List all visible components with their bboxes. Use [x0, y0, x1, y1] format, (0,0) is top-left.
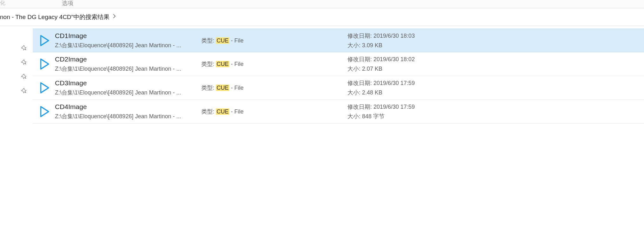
- file-date: 修改日期: 2019/6/30 18:02: [347, 55, 415, 63]
- file-type: 类型: CUE - File: [201, 108, 347, 115]
- breadcrumb-text: non - The DG Legacy 4CD"中的搜索结果: [0, 13, 110, 21]
- play-icon: [35, 105, 54, 118]
- file-size: 大小: 848 字节: [347, 113, 415, 120]
- file-type: 类型: CUE - File: [201, 60, 347, 68]
- file-type: 类型: CUE - File: [201, 84, 347, 92]
- ribbon-tab-partial[interactable]: 化: [0, 0, 5, 7]
- file-type: 类型: CUE - File: [201, 37, 347, 44]
- search-result-row[interactable]: CD4ImageZ:\合集\1\Eloquence\[4808926] Jean…: [33, 100, 644, 124]
- search-results: CD1ImageZ:\合集\1\Eloquence\[4808926] Jean…: [33, 26, 644, 124]
- pin-icon[interactable]: [20, 87, 29, 96]
- search-result-row[interactable]: CD2ImageZ:\合集\1\Eloquence\[4808926] Jean…: [33, 52, 644, 76]
- pin-icon[interactable]: [20, 44, 29, 53]
- pin-icon[interactable]: [20, 59, 29, 68]
- breadcrumb[interactable]: non - The DG Legacy 4CD"中的搜索结果: [0, 8, 644, 26]
- file-path: Z:\合集\1\Eloquence\[4808926] Jean Martino…: [55, 89, 201, 96]
- chevron-right-icon[interactable]: [113, 14, 116, 19]
- file-path: Z:\合集\1\Eloquence\[4808926] Jean Martino…: [55, 65, 201, 73]
- file-name: CD1Image: [55, 32, 201, 40]
- pin-icon[interactable]: [20, 73, 29, 82]
- ribbon-tabs: 化 选项: [0, 0, 644, 8]
- play-icon: [35, 81, 54, 94]
- file-date: 修改日期: 2019/6/30 17:59: [347, 79, 415, 87]
- file-name: CD3Image: [55, 79, 201, 87]
- search-result-row[interactable]: CD3ImageZ:\合集\1\Eloquence\[4808926] Jean…: [33, 76, 644, 100]
- file-size: 大小: 3.09 KB: [347, 42, 415, 49]
- search-result-row[interactable]: CD1ImageZ:\合集\1\Eloquence\[4808926] Jean…: [33, 29, 644, 52]
- file-path: Z:\合集\1\Eloquence\[4808926] Jean Martino…: [55, 113, 201, 120]
- file-size: 大小: 2.48 KB: [347, 89, 415, 96]
- play-icon: [35, 34, 54, 47]
- ribbon-tab-options[interactable]: 选项: [62, 0, 73, 7]
- file-name: CD4Image: [55, 103, 201, 111]
- file-date: 修改日期: 2019/6/30 17:59: [347, 103, 415, 111]
- play-icon: [35, 57, 54, 71]
- file-path: Z:\合集\1\Eloquence\[4808926] Jean Martino…: [55, 42, 201, 49]
- quick-access-sidebar: [0, 26, 33, 124]
- file-name: CD2Image: [55, 55, 201, 63]
- file-date: 修改日期: 2019/6/30 18:03: [347, 32, 415, 40]
- file-size: 大小: 2.07 KB: [347, 65, 415, 73]
